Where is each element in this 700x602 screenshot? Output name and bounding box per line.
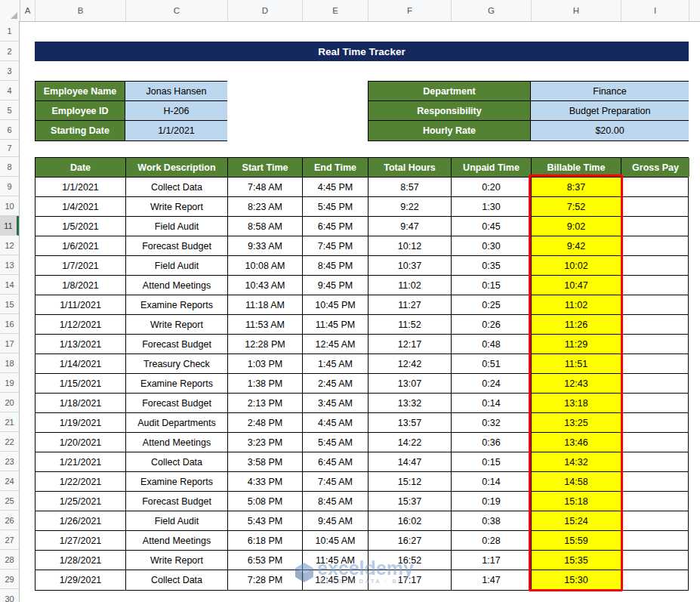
table-cell[interactable]: 0:26 — [452, 315, 532, 334]
table-cell[interactable]: 7:28 PM — [228, 570, 303, 590]
table-cell[interactable]: 0:36 — [452, 433, 532, 452]
table-cell[interactable]: 10:02 — [532, 256, 621, 275]
table-cell[interactable]: 11:02 — [532, 295, 621, 314]
row-header-23[interactable]: 23 — [0, 452, 19, 471]
table-cell[interactable]: 10:08 AM — [228, 256, 303, 275]
table-cell[interactable]: Forecast Budget — [126, 236, 228, 255]
table-cell[interactable]: 6:45 PM — [303, 217, 369, 236]
table-cell[interactable] — [621, 511, 689, 530]
row-header-19[interactable]: 19 — [0, 373, 19, 393]
table-cell[interactable]: 1/14/2021 — [35, 354, 126, 373]
table-cell[interactable]: 5:43 PM — [228, 511, 303, 530]
table-cell[interactable]: 7:45 PM — [303, 236, 369, 255]
table-cell[interactable]: 12:42 — [369, 354, 452, 373]
table-cell[interactable]: Write Report — [126, 551, 228, 570]
table-cell[interactable]: 6:53 PM — [228, 551, 303, 570]
table-cell[interactable]: 1/15/2021 — [35, 374, 126, 393]
table-cell[interactable]: 12:45 AM — [303, 335, 369, 353]
table-cell[interactable]: 8:58 AM — [228, 217, 303, 236]
table-cell[interactable]: 11:45 AM — [303, 551, 369, 570]
table-cell[interactable]: 8:37 — [532, 178, 621, 196]
employee-info-label[interactable]: Employee ID — [35, 101, 125, 120]
row-header-3[interactable]: 3 — [0, 61, 19, 81]
table-cell[interactable]: 13:32 — [369, 394, 452, 412]
table-cell[interactable]: 16:02 — [369, 511, 452, 530]
table-cell[interactable]: 4:33 PM — [228, 472, 303, 491]
table-cell[interactable]: 9:02 — [532, 217, 621, 236]
table-cell[interactable]: Field Audit — [126, 256, 228, 275]
table-cell[interactable]: 5:45 AM — [303, 433, 369, 452]
row-header-30[interactable]: 30 — [0, 589, 19, 602]
employee-info-value[interactable]: H-206 — [125, 101, 227, 120]
table-cell[interactable]: 14:22 — [369, 433, 452, 452]
table-cell[interactable]: 10:12 — [369, 236, 452, 255]
row-header-22[interactable]: 22 — [0, 432, 19, 452]
table-cell[interactable]: 8:45 AM — [303, 492, 369, 511]
row-header-6[interactable]: 6 — [0, 120, 19, 140]
table-cell[interactable]: 15:24 — [532, 511, 621, 530]
table-cell[interactable]: 5:45 PM — [303, 197, 369, 216]
table-cell[interactable]: 3:58 PM — [228, 452, 303, 471]
table-cell[interactable]: 12:43 — [532, 374, 621, 393]
table-cell[interactable]: Treasury Check — [126, 354, 228, 373]
row-header-5[interactable]: 5 — [0, 100, 19, 120]
table-cell[interactable]: Forecast Budget — [126, 492, 228, 511]
table-cell[interactable]: 17:17 — [369, 570, 452, 590]
table-cell[interactable]: 14:32 — [532, 452, 621, 471]
row-header-13[interactable]: 13 — [0, 255, 19, 275]
table-cell[interactable]: 1:47 — [452, 570, 532, 590]
table-cell[interactable]: Field Audit — [126, 511, 228, 530]
table-cell[interactable]: 7:45 AM — [303, 472, 369, 491]
table-cell[interactable]: 7:48 AM — [228, 178, 303, 196]
table-cell[interactable]: Examine Reports — [126, 295, 228, 314]
table-cell[interactable] — [621, 413, 689, 432]
table-cell[interactable]: 15:30 — [532, 570, 621, 590]
table-cell[interactable]: 10:45 PM — [303, 295, 369, 314]
table-cell[interactable]: 11:45 PM — [303, 315, 369, 334]
table-cell[interactable]: 0:51 — [452, 354, 532, 373]
table-header-date[interactable]: Date — [35, 158, 126, 177]
employee-info-label[interactable]: Employee Name — [35, 82, 125, 100]
row-header-20[interactable]: 20 — [0, 393, 19, 412]
employee-info-value[interactable]: 1/1/2021 — [125, 121, 227, 140]
table-cell[interactable] — [621, 276, 689, 295]
table-cell[interactable]: 3:45 AM — [303, 394, 369, 412]
table-cell[interactable]: 1:30 — [452, 197, 532, 216]
table-cell[interactable]: 0:24 — [452, 374, 532, 393]
table-cell[interactable]: 11:02 — [369, 276, 452, 295]
table-header-gross-pay[interactable]: Gross Pay — [621, 158, 689, 177]
row-header-12[interactable]: 12 — [0, 236, 19, 255]
table-cell[interactable] — [621, 295, 689, 314]
table-cell[interactable]: 1/28/2021 — [35, 551, 126, 570]
table-cell[interactable]: 8:23 AM — [228, 197, 303, 216]
table-cell[interactable]: Audit Departments — [126, 413, 228, 432]
table-cell[interactable]: 14:58 — [532, 472, 621, 491]
table-cell[interactable]: 0:38 — [452, 511, 532, 530]
table-cell[interactable]: 3:23 PM — [228, 433, 303, 452]
job-info-value[interactable]: Budget Preparation — [531, 101, 689, 120]
table-cell[interactable]: 0:15 — [452, 276, 532, 295]
table-cell[interactable]: 1/11/2021 — [35, 295, 126, 314]
job-info-value[interactable]: Finance — [531, 82, 689, 100]
table-cell[interactable]: 13:07 — [369, 374, 452, 393]
table-cell[interactable]: Write Report — [126, 315, 228, 334]
table-cell[interactable]: 15:35 — [532, 551, 621, 570]
table-cell[interactable]: 9:42 — [532, 236, 621, 255]
table-cell[interactable]: 9:22 — [369, 197, 452, 216]
row-header-15[interactable]: 15 — [0, 295, 19, 314]
table-header-work-description[interactable]: Work Description — [126, 158, 228, 177]
table-cell[interactable]: 0:20 — [452, 178, 532, 196]
column-header-I[interactable]: I — [621, 0, 689, 21]
row-header-9[interactable]: 9 — [0, 177, 19, 196]
table-cell[interactable]: 8:45 PM — [303, 256, 369, 275]
table-cell[interactable]: 2:13 PM — [228, 394, 303, 412]
row-header-27[interactable]: 27 — [0, 530, 19, 550]
row-header-10[interactable]: 10 — [0, 196, 19, 216]
row-header-28[interactable]: 28 — [0, 550, 19, 570]
table-cell[interactable] — [621, 570, 689, 590]
table-cell[interactable]: 1/29/2021 — [35, 570, 126, 590]
table-cell[interactable] — [621, 531, 689, 550]
table-cell[interactable]: 9:45 PM — [303, 276, 369, 295]
table-cell[interactable]: 1/21/2021 — [35, 452, 126, 471]
table-cell[interactable]: Examine Reports — [126, 472, 228, 491]
